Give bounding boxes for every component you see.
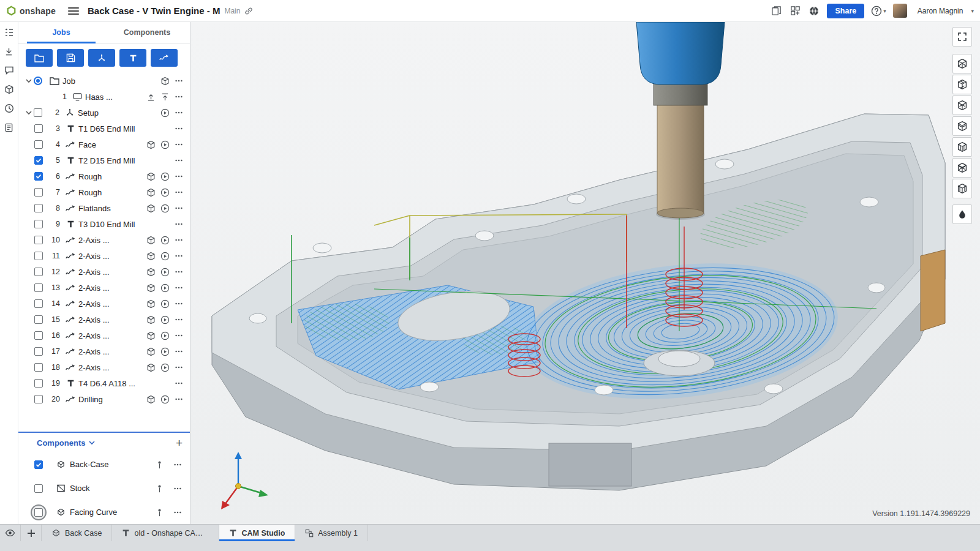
tree-row-t1-d65-end-mill[interactable]: 3T1 D65 End Mill xyxy=(18,121,190,137)
new-operation-button[interactable] xyxy=(151,49,178,67)
simulate-icon[interactable] xyxy=(145,170,157,182)
comment-icon[interactable] xyxy=(4,65,15,76)
play-icon[interactable] xyxy=(159,345,171,358)
tree-row-2-axis[interactable]: 132-Axis ... xyxy=(18,280,190,296)
section-droplet-icon[interactable] xyxy=(952,204,972,224)
simulate-icon[interactable] xyxy=(145,266,157,278)
overflow-menu-icon[interactable] xyxy=(173,154,185,167)
checkbox[interactable] xyxy=(34,156,48,165)
3d-viewport[interactable]: Version 1.191.1474.3969229 xyxy=(190,22,980,524)
new-tool-button[interactable] xyxy=(119,49,146,67)
tab-components[interactable]: Components xyxy=(104,22,190,43)
notes-icon[interactable] xyxy=(4,122,15,133)
checkbox[interactable] xyxy=(34,363,48,372)
checkbox[interactable] xyxy=(34,172,48,181)
hamburger-menu-icon[interactable] xyxy=(68,7,79,15)
overflow-menu-icon[interactable] xyxy=(173,361,185,373)
simulate-icon[interactable] xyxy=(145,298,157,310)
simulate-icon[interactable] xyxy=(145,186,157,198)
checkbox[interactable] xyxy=(34,379,48,388)
checkbox[interactable] xyxy=(34,140,48,149)
overflow-menu-icon[interactable] xyxy=(173,186,185,198)
tree-row-t3-d10-end-mill[interactable]: 9T3 D10 End Mill xyxy=(18,216,190,232)
versions-icon[interactable] xyxy=(4,27,15,38)
checkbox[interactable] xyxy=(34,124,48,133)
tree-row-2-axis[interactable]: 102-Axis ... xyxy=(18,232,190,248)
component-row-facing-curve[interactable]: Facing Curve xyxy=(18,500,190,524)
chevron-down-icon[interactable] xyxy=(23,110,34,116)
overflow-menu-icon[interactable] xyxy=(173,345,185,358)
checkbox[interactable] xyxy=(34,283,48,292)
tab-cam-studio[interactable]: CAM Studio xyxy=(219,525,295,541)
checkbox[interactable] xyxy=(34,347,48,356)
overflow-menu-icon[interactable] xyxy=(173,234,185,246)
pin-icon[interactable] xyxy=(153,482,165,495)
upload-to-top-icon[interactable] xyxy=(159,91,171,103)
tree-row-rough[interactable]: 6Rough xyxy=(18,168,190,184)
overflow-menu-icon[interactable] xyxy=(173,107,185,119)
simulate-icon[interactable] xyxy=(145,393,157,405)
play-icon[interactable] xyxy=(159,298,171,310)
overflow-menu-icon[interactable] xyxy=(173,313,185,326)
tab-jobs[interactable]: Jobs xyxy=(18,22,104,43)
share-button[interactable]: Share xyxy=(827,4,864,18)
play-icon[interactable] xyxy=(159,107,171,119)
checkbox[interactable] xyxy=(34,299,48,308)
tree-row-2-axis[interactable]: 112-Axis ... xyxy=(18,248,190,264)
display-mode-icon-1[interactable] xyxy=(952,54,972,73)
play-icon[interactable] xyxy=(159,329,171,342)
branch-label[interactable]: Main xyxy=(224,7,240,15)
overflow-menu-icon[interactable] xyxy=(173,218,185,230)
play-icon[interactable] xyxy=(159,282,171,294)
tree-row-haas[interactable]: 1Haas ... xyxy=(18,89,190,105)
display-mode-icon-2[interactable] xyxy=(952,75,972,94)
display-mode-icon-7[interactable] xyxy=(952,179,972,198)
checkbox[interactable] xyxy=(34,395,48,403)
new-job-button[interactable] xyxy=(26,49,53,67)
play-icon[interactable] xyxy=(159,234,171,246)
checkbox[interactable] xyxy=(34,252,48,260)
tree-row-setup[interactable]: 2Setup xyxy=(18,105,190,121)
overflow-menu-icon[interactable] xyxy=(173,282,185,294)
help-menu[interactable]: ▾ xyxy=(871,6,886,17)
insert-icon[interactable] xyxy=(4,46,15,57)
tree-row-t4-d6-4-a118[interactable]: 19T4 D6.4 A118 ... xyxy=(18,375,190,391)
upload-icon[interactable] xyxy=(145,91,157,103)
overflow-menu-icon[interactable] xyxy=(172,506,184,519)
overflow-menu-icon[interactable] xyxy=(172,482,184,495)
play-icon[interactable] xyxy=(159,186,171,198)
overflow-menu-icon[interactable] xyxy=(172,459,184,471)
simulate-icon[interactable] xyxy=(159,75,171,87)
simulate-icon[interactable] xyxy=(145,313,157,326)
overflow-menu-icon[interactable] xyxy=(173,250,185,262)
tab-back-case[interactable]: Back Case xyxy=(42,525,112,541)
checkbox[interactable] xyxy=(34,315,48,324)
pages-icon[interactable] xyxy=(770,5,782,17)
play-icon[interactable] xyxy=(159,250,171,262)
apps-grid-icon[interactable] xyxy=(789,5,801,17)
onshape-logo[interactable]: onshape xyxy=(6,6,56,16)
overflow-menu-icon[interactable] xyxy=(173,266,185,278)
display-mode-icon-6[interactable] xyxy=(952,158,972,178)
globe-icon[interactable] xyxy=(808,5,820,17)
link-icon[interactable] xyxy=(244,7,253,15)
user-caret-icon[interactable]: ▾ xyxy=(971,8,974,14)
overflow-menu-icon[interactable] xyxy=(173,75,185,87)
tree-row-2-axis[interactable]: 172-Axis ... xyxy=(18,343,190,359)
pin-icon[interactable] xyxy=(153,459,165,471)
checkbox[interactable] xyxy=(34,504,53,520)
history-icon[interactable] xyxy=(4,103,15,114)
display-mode-icon-5[interactable] xyxy=(952,137,972,157)
simulate-icon[interactable] xyxy=(145,361,157,373)
pin-icon[interactable] xyxy=(153,506,165,519)
play-icon[interactable] xyxy=(159,170,171,182)
simulate-icon[interactable] xyxy=(145,345,157,358)
display-mode-icon-4[interactable] xyxy=(952,116,972,136)
parts-cube-icon[interactable] xyxy=(4,84,15,95)
checkbox[interactable] xyxy=(34,236,48,244)
radio-button[interactable] xyxy=(34,77,48,85)
overflow-menu-icon[interactable] xyxy=(173,393,185,405)
tree-row-t2-d15-end-mill[interactable]: 5T2 D15 End Mill xyxy=(18,152,190,168)
checkbox[interactable] xyxy=(34,204,48,212)
overflow-menu-icon[interactable] xyxy=(173,202,185,214)
